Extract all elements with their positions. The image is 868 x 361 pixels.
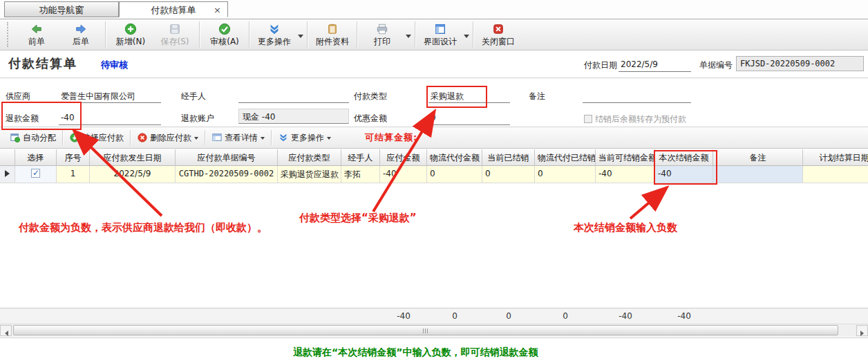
toolbar-drag-handle[interactable] bbox=[7, 22, 10, 47]
pay-date-field[interactable]: 2022/5/9 bbox=[619, 57, 691, 72]
toolbar-separator bbox=[105, 21, 106, 48]
refund-account-field[interactable]: 现金 -40 bbox=[238, 109, 349, 124]
discount-field[interactable]: 0 bbox=[428, 111, 510, 125]
refund-amount-field[interactable]: -40 bbox=[59, 111, 161, 125]
col-payable-doc-no[interactable]: 应付款单据编号 bbox=[176, 149, 278, 166]
more-operations-dropdown-icon[interactable] bbox=[298, 35, 303, 41]
audit-button[interactable]: 审核(A) bbox=[202, 20, 247, 49]
scroll-right-icon bbox=[860, 331, 867, 336]
add-icon bbox=[124, 21, 137, 35]
scrollbar-thumb[interactable] bbox=[13, 325, 838, 335]
attachments-button[interactable]: 附件资料 bbox=[310, 20, 355, 49]
col-payable-date[interactable]: 应付款发生日期 bbox=[90, 149, 176, 166]
toolbar-separator bbox=[249, 21, 250, 48]
view-detail-dropdown-icon[interactable] bbox=[261, 137, 265, 142]
pay-date-label: 付款日期 bbox=[584, 59, 617, 71]
row-checkbox-checked-icon[interactable] bbox=[31, 169, 40, 178]
total-logistics-settled: 0 bbox=[535, 308, 596, 324]
scroll-left-icon bbox=[2, 331, 8, 336]
print-dropdown-icon[interactable] bbox=[406, 35, 411, 41]
auto-allocate-label: 自动分配 bbox=[23, 132, 56, 144]
tab-bar: 功能导航窗 付款结算单 × bbox=[0, 0, 868, 19]
col-payable-amount[interactable]: 应付金额 bbox=[380, 149, 427, 166]
col-remark[interactable]: 备注 bbox=[713, 149, 803, 166]
col-logistics-settled[interactable]: 物流代付已结销 bbox=[535, 149, 596, 166]
transfer-balance-checkbox[interactable]: 结销后余额转存为预付款 bbox=[584, 111, 686, 125]
col-payable-type[interactable]: 应付款类型 bbox=[278, 149, 341, 166]
double-chevron-down-icon bbox=[268, 21, 281, 35]
select-payable-button[interactable]: 选择应付款 bbox=[65, 129, 129, 146]
supplier-label: 供应商 bbox=[6, 91, 30, 102]
col-plan-settle-date[interactable]: 计划结算日期 bbox=[803, 149, 868, 166]
row-indicator bbox=[0, 166, 15, 183]
pay-type-label: 付款类型 bbox=[354, 91, 387, 102]
toolbar-separator bbox=[415, 21, 416, 48]
add-button[interactable]: 新增(N) bbox=[108, 20, 153, 49]
delete-payable-button[interactable]: 删除应付款 bbox=[133, 129, 203, 146]
next-doc-label: 后单 bbox=[73, 36, 89, 48]
col-seq[interactable]: 序号 bbox=[57, 149, 90, 166]
annotation-settle-negative: 本次结销金额输入负数 bbox=[574, 221, 677, 234]
remark-field[interactable] bbox=[583, 89, 691, 103]
prev-doc-button[interactable]: 前单 bbox=[15, 20, 59, 49]
settleable-amount-label: 可结算金额: bbox=[365, 131, 417, 144]
annotation-pay-type: 付款类型选择“采购退款” bbox=[299, 212, 417, 225]
pay-type-field[interactable]: 采购退款 bbox=[428, 89, 510, 103]
header-divider bbox=[0, 77, 868, 79]
cell-settled: 0 bbox=[482, 166, 535, 183]
cell-logistics-settled: 0 bbox=[535, 166, 596, 183]
scroll-right-button[interactable] bbox=[856, 325, 868, 336]
toolbar-separator bbox=[130, 130, 131, 145]
prev-doc-label: 前单 bbox=[28, 36, 45, 48]
tab-close-icon[interactable]: × bbox=[214, 2, 221, 18]
total-settleable-amount: -40 bbox=[596, 308, 655, 324]
toolbar-separator bbox=[62, 130, 64, 145]
horizontal-scrollbar[interactable] bbox=[0, 324, 868, 337]
ui-design-dropdown-icon[interactable] bbox=[464, 35, 469, 41]
col-current-settle-amount[interactable]: 本次结销金额 bbox=[655, 149, 713, 166]
auto-allocate-icon bbox=[10, 133, 20, 142]
tab-payment-doc-label: 付款结算单 bbox=[151, 5, 196, 15]
save-icon bbox=[169, 21, 181, 35]
grid-toolbar: 自动分配 选择应付款 删除应付款 查看详情 更多操作 可结算金额: bbox=[0, 127, 868, 149]
cell-logistics-amount: 0 bbox=[427, 166, 482, 183]
col-handler[interactable]: 经手人 bbox=[341, 149, 380, 166]
payables-grid: 选择 序号 应付款发生日期 应付款单据编号 应付款类型 经手人 应付金额 物流代… bbox=[0, 149, 868, 337]
printer-icon bbox=[376, 21, 388, 35]
col-settled[interactable]: 当前已结销 bbox=[482, 149, 535, 166]
toolbar-separator bbox=[357, 21, 358, 48]
view-detail-label: 查看详情 bbox=[225, 132, 258, 144]
cell-current-settle-amount[interactable]: -40 bbox=[655, 166, 713, 183]
cell-remark[interactable] bbox=[713, 166, 803, 183]
tab-function-nav[interactable]: 功能导航窗 bbox=[4, 1, 119, 17]
table-row[interactable]: 1 2022/5/9 CGTHD-20220509-0002 采购退货应退款 李… bbox=[0, 166, 868, 183]
toolbar-separator bbox=[199, 21, 200, 48]
grid-more-operations-button[interactable]: 更多操作 bbox=[274, 129, 336, 146]
grid-more-dropdown-icon[interactable] bbox=[327, 137, 331, 142]
scrollbar-grip-icon bbox=[423, 328, 428, 333]
print-button[interactable]: 打印 bbox=[360, 20, 404, 49]
supplier-field[interactable]: 爱普生中国有限公司 bbox=[59, 89, 161, 103]
page-title: 付款结算单 bbox=[8, 55, 77, 72]
row-select-cell[interactable] bbox=[15, 166, 57, 183]
checkbox-icon bbox=[584, 115, 592, 123]
refund-account-label: 退款账户 bbox=[181, 113, 214, 124]
save-button: 保存(S) bbox=[153, 20, 197, 49]
more-operations-button[interactable]: 更多操作 bbox=[252, 20, 296, 49]
scroll-left-button[interactable] bbox=[0, 325, 12, 336]
next-doc-button[interactable]: 后单 bbox=[59, 20, 103, 49]
save-label: 保存(S) bbox=[161, 36, 189, 48]
delete-payable-label: 删除应付款 bbox=[150, 132, 191, 144]
toolbar-separator bbox=[307, 21, 308, 48]
handler-field[interactable] bbox=[238, 89, 349, 103]
auto-allocate-button[interactable]: 自动分配 bbox=[6, 129, 61, 146]
delete-dropdown-icon[interactable] bbox=[194, 137, 198, 142]
col-settleable-amount[interactable]: 当前可结销金额 bbox=[596, 149, 655, 166]
ui-design-button[interactable]: 界面设计 bbox=[418, 20, 462, 49]
total-current-settle-amount: -40 bbox=[655, 308, 713, 324]
tab-payment-doc[interactable]: 付款结算单 × bbox=[119, 1, 228, 17]
col-select[interactable]: 选择 bbox=[15, 149, 57, 166]
view-detail-button[interactable]: 查看详情 bbox=[207, 129, 270, 146]
close-window-button[interactable]: 关闭窗口 bbox=[476, 20, 520, 49]
col-logistics-amount[interactable]: 物流代付金额 bbox=[427, 149, 482, 166]
